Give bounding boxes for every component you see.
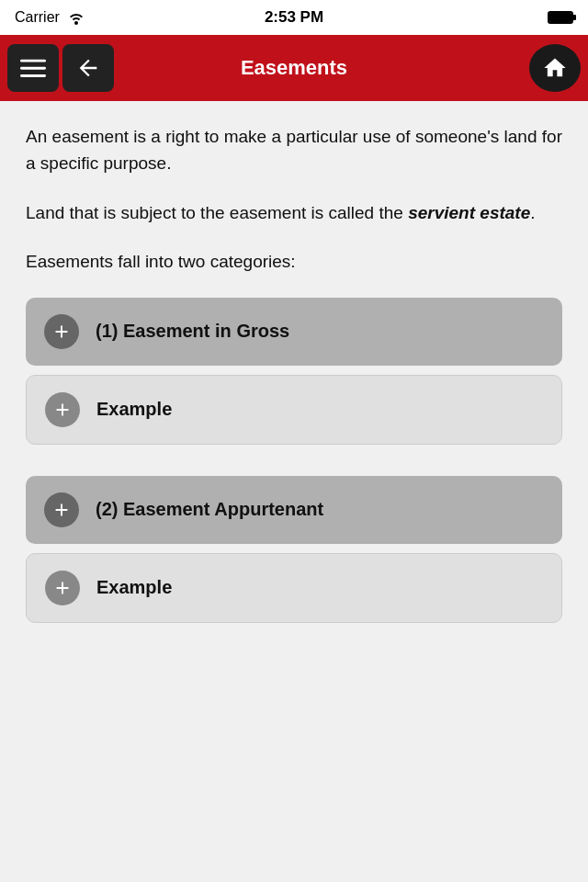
battery-icon (548, 11, 573, 24)
easement-appurtenant-label: (2) Easement Appurtenant (96, 499, 323, 520)
home-button[interactable] (529, 44, 581, 92)
expand-icon-2 (44, 492, 79, 527)
easement-appurtenant-example-label: Example (96, 577, 172, 598)
menu-icon (20, 55, 46, 81)
plus-icon (52, 578, 73, 598)
servient-estate-term: servient estate (408, 203, 530, 222)
easement-in-gross-example-section: Example (26, 375, 562, 445)
plus-icon (51, 322, 72, 342)
expand-icon-example-2 (45, 571, 80, 605)
home-icon (542, 55, 568, 81)
easement-appurtenant-example-section: Example (26, 553, 562, 623)
plus-icon (52, 400, 73, 420)
carrier-label: Carrier (15, 9, 60, 26)
back-button[interactable] (62, 44, 114, 92)
easement-in-gross-button[interactable]: (1) Easement in Gross (26, 298, 562, 366)
back-icon (75, 55, 101, 81)
wifi-icon (67, 10, 85, 25)
easement-in-gross-example-label: Example (96, 399, 172, 420)
easement-in-gross-example-button[interactable]: Example (26, 375, 562, 445)
easement-in-gross-section: (1) Easement in Gross (26, 298, 562, 366)
servient-paragraph: Land that is subject to the easement is … (26, 199, 562, 226)
menu-button[interactable] (7, 44, 59, 92)
easement-in-gross-label: (1) Easement in Gross (96, 321, 289, 342)
expand-icon-example-1 (45, 392, 80, 427)
page-title: Easements (241, 56, 347, 80)
plus-icon (51, 500, 72, 520)
easement-appurtenant-section: (2) Easement Appurtenant (26, 476, 562, 544)
svg-rect-1 (20, 67, 46, 70)
expand-icon-1 (44, 314, 79, 349)
easement-appurtenant-button[interactable]: (2) Easement Appurtenant (26, 476, 562, 544)
status-time: 2:53 PM (265, 8, 323, 27)
svg-rect-0 (20, 60, 46, 62)
categories-intro: Easements fall into two categories: (26, 248, 562, 275)
status-bar: Carrier 2:53 PM (0, 0, 588, 35)
svg-rect-2 (20, 74, 46, 77)
intro-paragraph: An easement is a right to make a particu… (26, 123, 562, 177)
easement-appurtenant-example-button[interactable]: Example (26, 553, 562, 623)
main-content: An easement is a right to make a particu… (0, 101, 588, 654)
nav-bar: Easements (0, 35, 588, 101)
